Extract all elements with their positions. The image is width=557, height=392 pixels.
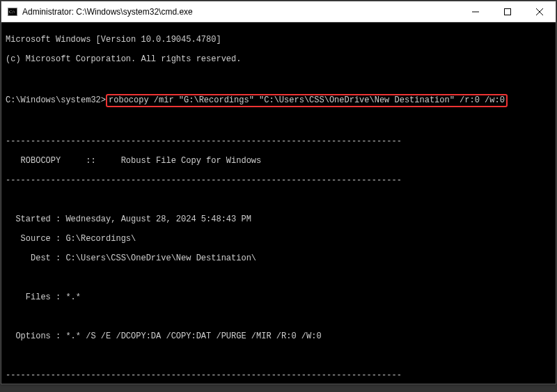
- source-line: Source : G:\Recordings\: [6, 234, 551, 244]
- blank-line: [6, 195, 551, 205]
- separator: ----------------------------------------…: [6, 370, 551, 380]
- banner-line: Microsoft Windows [Version 10.0.19045.47…: [6, 35, 551, 45]
- svg-rect-3: [505, 8, 511, 15]
- window-title: Administrator: C:\Windows\system32\cmd.e…: [22, 7, 460, 17]
- blank-line: [6, 117, 551, 127]
- console-area[interactable]: Microsoft Windows [Version 10.0.19045.47…: [1, 22, 556, 384]
- minimize-button[interactable]: [460, 1, 492, 22]
- copyright-line: (c) Microsoft Corporation. All rights re…: [6, 54, 551, 64]
- command-text: robocopy /mir "G:\Recordings" "C:\Users\…: [109, 95, 505, 105]
- files-line: Files : *.*: [6, 292, 551, 302]
- minimize-icon: [472, 8, 479, 15]
- started-line: Started : Wednesday, August 28, 2024 5:4…: [6, 214, 551, 224]
- command-highlight: robocopy /mir "G:\Recordings" "C:\Users\…: [106, 94, 508, 107]
- blank-line: [6, 74, 551, 84]
- maximize-icon: [504, 8, 511, 15]
- maximize-button[interactable]: [492, 1, 524, 22]
- blank-line: [6, 273, 551, 283]
- titlebar[interactable]: C:\ Administrator: C:\Windows\system32\c…: [1, 1, 556, 22]
- prompt-line: C:\Windows\system32>robocopy /mir "G:\Re…: [6, 93, 551, 107]
- cmd-window: C:\ Administrator: C:\Windows\system32\c…: [1, 1, 556, 384]
- prompt-text: C:\Windows\system32>: [6, 95, 106, 105]
- robocopy-header: ROBOCOPY :: Robust File Copy for Windows: [6, 156, 551, 166]
- blank-line: [6, 351, 551, 361]
- cmd-icon: C:\: [7, 6, 18, 17]
- window-controls: [460, 1, 556, 22]
- blank-line: [6, 312, 551, 322]
- separator: ----------------------------------------…: [6, 136, 551, 146]
- dest-line: Dest : C:\Users\CSS\OneDrive\New Destina…: [6, 253, 551, 263]
- separator: ----------------------------------------…: [6, 175, 551, 185]
- close-icon: [536, 8, 543, 15]
- svg-text:C:\: C:\: [9, 9, 15, 15]
- close-button[interactable]: [524, 1, 556, 22]
- options-line: Options : *.* /S /E /DCOPY:DA /COPY:DAT …: [6, 331, 551, 341]
